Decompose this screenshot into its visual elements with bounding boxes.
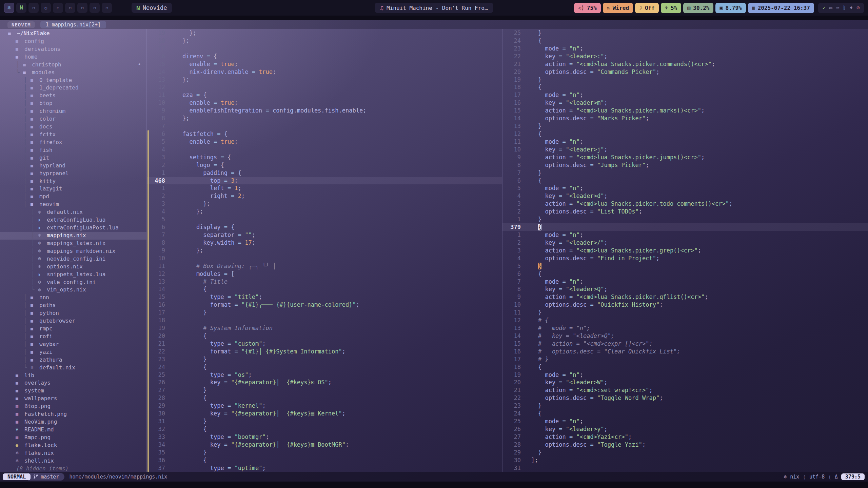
code-line[interactable]: 3 action = "<cmd>lua Snacks.picker.todo_… (502, 200, 868, 208)
code-line[interactable]: 25 mode = "n"; (502, 418, 868, 425)
code-line[interactable]: 12 { (502, 130, 868, 138)
tree-item[interactable]: │mappings_markdown.nix (0, 247, 146, 255)
tree-item[interactable]: flake.lock (0, 442, 146, 449)
code-line[interactable]: 2 key = "<leader>/"; (502, 239, 868, 247)
tree-item[interactable]: FastFetch.png (0, 410, 146, 418)
code-line[interactable]: 17 mode = "n"; (502, 91, 868, 99)
tree-item[interactable]: └default.nix (0, 364, 146, 372)
code-line[interactable]: 30 key = "{#separator}│ {#keys}▤ Kernel"… (147, 410, 502, 418)
code-line[interactable]: 11 eza = { (147, 91, 502, 99)
volume-module[interactable]: ◁)75% (574, 3, 601, 13)
tree-item[interactable]: │mappings_latex.nix (0, 240, 146, 247)
tree-item[interactable]: flake.nix (0, 449, 146, 457)
code-line[interactable]: 19 # System Information (147, 324, 502, 332)
code-line[interactable]: 36 { (147, 456, 502, 464)
file-tree[interactable]: ~/NixFlakeconfigderivationshome│christop… (0, 29, 147, 472)
code-line[interactable]: 19 } (502, 76, 868, 84)
tree-item[interactable]: └vim_opts.nix (0, 286, 146, 294)
code-line[interactable]: 25 } (502, 29, 868, 37)
code-line[interactable]: 9 action = "<cmd>lua Snacks.picker.jumps… (502, 154, 868, 161)
keyboard-icon[interactable]: ⌨ (836, 5, 839, 11)
code-line[interactable]: 9 }; (147, 247, 502, 255)
workspace-button[interactable]: ↻ (41, 3, 51, 13)
code-line[interactable]: 33 type = "bootmgr"; (147, 433, 502, 441)
code-line[interactable]: 14 { (147, 285, 502, 293)
workspace-button[interactable]: ▫ (65, 3, 75, 13)
code-line[interactable]: 9 action = "<cmd>lua Snacks.picker.qflis… (502, 293, 868, 301)
code-line[interactable]: 2 logo = { (147, 161, 502, 169)
power-icon[interactable]: ⊙ (856, 5, 860, 11)
code-line[interactable]: 23 } (502, 402, 868, 410)
code-line[interactable]: 22 options.desc = "Toggle Word Wrap"; (502, 394, 868, 402)
code-line[interactable]: 21 action = "<cmd>:set wrap!<cr>"; (502, 386, 868, 394)
tree-item[interactable]: │waybar (0, 341, 146, 348)
tree-item[interactable]: │neovide_config.ini (0, 255, 146, 263)
tree-item[interactable]: │firefox (0, 139, 146, 146)
tree-item[interactable]: │beets (0, 92, 146, 100)
code-line[interactable]: 22 key = "<leader>:"; (502, 53, 868, 60)
code-line[interactable]: 23 mode = "n"; (502, 45, 868, 53)
tree-item[interactable]: │default.nix (0, 208, 146, 216)
code-line[interactable]: 4 }; (147, 208, 502, 216)
tree-item[interactable]: │color (0, 115, 146, 123)
tree-item[interactable]: │kitty (0, 178, 146, 185)
workspace-button[interactable]: ▫ (53, 3, 63, 13)
tree-item[interactable]: │nnn (0, 294, 146, 302)
code-line[interactable]: 26 key = "{#separator}│ {#keys}⊡ OS"; (147, 379, 502, 386)
bluetooth-icon[interactable]: ᛒ (843, 5, 846, 11)
tree-item[interactable]: │docs (0, 123, 146, 131)
tree-item[interactable]: │vale_config.ini (0, 279, 146, 286)
tree-item[interactable]: │fcitx (0, 131, 146, 139)
code-line[interactable]: 1 } (502, 216, 868, 223)
code-line[interactable]: 7 } (502, 169, 868, 177)
clock-module[interactable]: ▦2025-07-22 16:37 (748, 3, 814, 13)
code-line[interactable]: 18 (147, 317, 502, 324)
code-line[interactable]: 6 { (502, 270, 868, 278)
tree-item[interactable]: │hyprpanel (0, 170, 146, 178)
code-line[interactable]: 6 fastfetch = { (147, 130, 502, 138)
tree-item[interactable]: │rmpc (0, 325, 146, 333)
code-line[interactable]: 20 key = "<leader>W"; (502, 379, 868, 386)
code-line[interactable]: 4 (147, 146, 502, 154)
code-line[interactable]: 11 } (502, 309, 868, 317)
code-line[interactable]: 1 mode = "n"; (502, 231, 868, 239)
code-line[interactable]: 31 } (147, 418, 502, 425)
tree-item[interactable]: │yazi (0, 348, 146, 356)
code-line[interactable]: 13 }; (147, 76, 502, 84)
tree-item[interactable]: │python (0, 309, 146, 317)
code-line[interactable]: 20 options.desc = "Commands Picker"; (502, 68, 868, 76)
code-line[interactable]: 24 { (502, 37, 868, 45)
code-line[interactable]: 13 # mode = "n"; (502, 324, 868, 332)
tree-item[interactable]: │git (0, 154, 146, 162)
code-line[interactable]: 22 format = "{#1}│ {#}System Information… (147, 348, 502, 355)
code-line[interactable]: 28 options.desc = "Toggle Yazi"; (502, 441, 868, 449)
code-line[interactable]: 379 { (502, 223, 868, 231)
tree-item[interactable]: │snippets_latex.lua (0, 271, 146, 279)
code-line[interactable]: 1 padding = { (147, 169, 502, 177)
workspace-button[interactable]: ▫ (102, 3, 112, 13)
code-line[interactable]: 17 } (147, 309, 502, 317)
code-line[interactable]: 16 format = "{#1}╭─── {#}{user-name-colo… (147, 301, 502, 309)
code-line[interactable]: 24 { (502, 410, 868, 418)
tree-item[interactable]: │paths (0, 302, 146, 309)
code-line[interactable]: 2 right = 2; (147, 192, 502, 200)
code-line[interactable]: 12 # { (502, 317, 868, 324)
code-line[interactable]: 35 } (147, 449, 502, 456)
mic-icon[interactable]: ♦ (850, 5, 853, 11)
tree-item[interactable]: │btop (0, 100, 146, 107)
code-line[interactable]: 13 } (502, 122, 868, 130)
code-line[interactable]: 21 type = "custom"; (147, 340, 502, 348)
code-line[interactable]: 15 enable = true; (147, 60, 502, 68)
code-line[interactable]: 11 # Box Drawing: ╭─╮ ╰╯ │ (147, 262, 502, 270)
code-line[interactable]: 19 mode = "n"; (502, 371, 868, 379)
tree-item[interactable]: wallpapers (0, 395, 146, 403)
code-line[interactable]: 7 separator = ""; (147, 231, 502, 239)
display-icon[interactable]: ▭ (829, 5, 832, 11)
code-line[interactable]: 5 } (502, 262, 868, 270)
tree-item[interactable]: │0_template (0, 77, 146, 84)
workspace-button[interactable]: ❄ (4, 3, 14, 13)
power-profile-module[interactable]: ⚘5% (661, 3, 681, 13)
code-line[interactable]: 4 key = "<leader>d"; (502, 192, 868, 200)
code-line[interactable]: 468 top = 3; (147, 177, 502, 185)
workspace-button[interactable]: N (16, 3, 26, 13)
